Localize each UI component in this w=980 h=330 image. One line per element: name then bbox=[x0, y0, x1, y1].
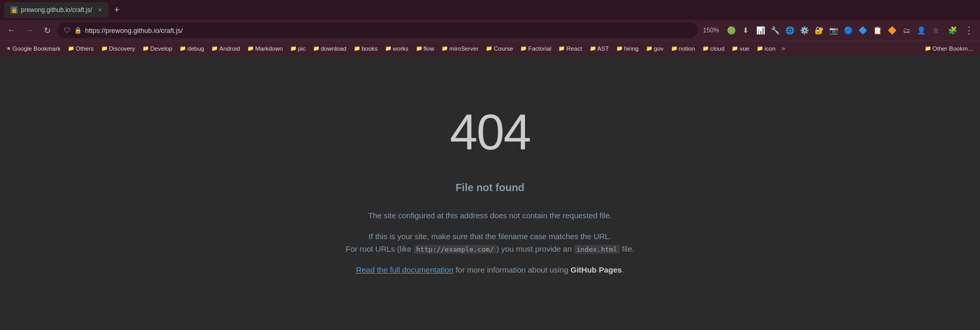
ext7-icon[interactable]: 🔷 bbox=[856, 23, 869, 37]
bookmark-icon[interactable]: 📁 icon bbox=[754, 44, 779, 53]
bookmark-folder-icon: 📁 bbox=[486, 45, 492, 51]
tab-close-button[interactable]: ✕ bbox=[98, 7, 102, 14]
forward-button[interactable]: → bbox=[22, 23, 37, 38]
bookmark-books[interactable]: 📁 books bbox=[351, 44, 381, 53]
bookmark-label: gov bbox=[654, 45, 664, 52]
bookmark-label: Others bbox=[76, 45, 94, 52]
active-tab[interactable]: 🔒 prewong.github.io/craft.js/ ✕ bbox=[4, 2, 109, 18]
bookmark-folder-icon: 📁 bbox=[558, 45, 565, 51]
ext-shield-icon[interactable]: 🟢 bbox=[724, 23, 738, 37]
bookmark-label: icon bbox=[764, 45, 775, 52]
bookmarks-overflow-button[interactable]: » bbox=[780, 44, 787, 53]
bookmark-folder-icon: 📁 bbox=[101, 45, 107, 51]
bookmark-hiring[interactable]: 📁 hiring bbox=[613, 44, 642, 53]
bookmark-download[interactable]: 📁 download bbox=[310, 44, 350, 53]
ext4-icon[interactable]: 🔐 bbox=[812, 23, 826, 37]
bookmark-label: Course bbox=[494, 45, 513, 52]
bookmark-ast[interactable]: 📁 AST bbox=[587, 44, 612, 53]
bookmark-label: flow bbox=[424, 45, 434, 52]
bookmark-others[interactable]: 📁 Others bbox=[65, 44, 97, 53]
bookmark-miroserver[interactable]: 📁 miroServer bbox=[438, 44, 482, 53]
ext3-icon[interactable]: ⚙️ bbox=[797, 23, 811, 37]
bookmark-folder-icon: 📁 bbox=[354, 45, 360, 51]
bookmark-course[interactable]: 📁 Course bbox=[483, 44, 516, 53]
bookmark-folder-icon: 📁 bbox=[247, 45, 254, 51]
bookmark-label: works bbox=[393, 45, 409, 52]
ext10-icon[interactable]: 🗂 bbox=[900, 23, 913, 37]
extensions-button[interactable]: 🧩 bbox=[946, 23, 959, 37]
browser-chrome: 🔒 prewong.github.io/craft.js/ ✕ + ← → ↻ … bbox=[0, 0, 980, 55]
bookmark-factorial[interactable]: 📁 Factorial bbox=[517, 44, 554, 53]
menu-button[interactable]: ⋮ bbox=[962, 23, 976, 37]
bookmark-label: vue bbox=[739, 45, 749, 52]
star-button[interactable]: ☆ bbox=[929, 23, 942, 37]
ext9-icon[interactable]: 🔶 bbox=[885, 23, 899, 37]
tab-label: prewong.github.io/craft.js/ bbox=[21, 6, 92, 14]
bookmark-label: React bbox=[566, 45, 582, 52]
example-url-code: http://example.com/ bbox=[414, 245, 497, 254]
bookmark-folder-icon: 📁 bbox=[211, 45, 218, 51]
bookmark-pic[interactable]: 📁 pic bbox=[287, 44, 309, 53]
error-paragraph-1: The site configured at this address does… bbox=[346, 209, 635, 222]
page-content: 404 File not found The site configured a… bbox=[0, 55, 980, 330]
ext8-icon[interactable]: 📋 bbox=[870, 23, 884, 37]
bookmark-label: Other Bookm… bbox=[933, 45, 974, 52]
bookmark-folder-icon: 📁 bbox=[441, 45, 448, 51]
new-tab-button[interactable]: + bbox=[110, 3, 124, 17]
download-icon[interactable]: ⬇ bbox=[739, 23, 752, 37]
lock-icon: 🔒 bbox=[74, 27, 82, 34]
ext6-icon[interactable]: 🔵 bbox=[841, 23, 855, 37]
bookmark-other-bookmarks[interactable]: 📁 Other Bookm… bbox=[922, 44, 977, 53]
bookmark-flow[interactable]: 📁 flow bbox=[413, 44, 437, 53]
bookmark-label: download bbox=[321, 45, 346, 52]
bookmark-folder-icon: 📁 bbox=[646, 45, 652, 51]
zoom-level: 150% bbox=[701, 27, 721, 34]
bookmark-debug[interactable]: 📁 debug bbox=[176, 44, 207, 53]
bookmark-folder-icon: 📁 bbox=[732, 45, 738, 51]
bookmark-folder-icon: 📁 bbox=[616, 45, 623, 51]
bookmark-folder-icon: 📁 bbox=[385, 45, 391, 51]
error-body: File not found The site configured at th… bbox=[346, 182, 635, 285]
bookmark-label: hiring bbox=[624, 45, 639, 52]
ext2-icon[interactable]: 🌐 bbox=[783, 23, 796, 37]
bookmark-cloud[interactable]: 📁 cloud bbox=[699, 44, 728, 53]
url-text: https://prewong.github.io/craft.js/ bbox=[85, 27, 691, 34]
documentation-link[interactable]: Read the full documentation bbox=[356, 265, 453, 274]
stats-icon[interactable]: 📊 bbox=[754, 23, 767, 37]
tab-bar: 🔒 prewong.github.io/craft.js/ ✕ + bbox=[0, 0, 980, 20]
error-paragraph-2: If this is your site, make sure that the… bbox=[346, 230, 635, 255]
address-bar[interactable]: 🛡 🔒 https://prewong.github.io/craft.js/ bbox=[57, 22, 698, 38]
tab-favicon: 🔒 bbox=[10, 6, 18, 14]
bookmark-works[interactable]: 📁 works bbox=[382, 44, 412, 53]
bookmark-develop[interactable]: 📁 Develop bbox=[139, 44, 175, 53]
bookmark-gov[interactable]: 📁 gov bbox=[643, 44, 667, 53]
bookmark-react[interactable]: 📁 React bbox=[555, 44, 585, 53]
error-title: File not found bbox=[346, 182, 635, 194]
bookmark-folder-icon: 📁 bbox=[416, 45, 422, 51]
bookmark-label: Google Bookmark bbox=[13, 45, 61, 52]
bookmark-android[interactable]: 📁 Android bbox=[208, 44, 243, 53]
bookmark-label: pic bbox=[298, 45, 306, 52]
bookmark-label: miroServer bbox=[449, 45, 479, 52]
bookmark-label: debug bbox=[187, 45, 204, 52]
bookmark-label: cloud bbox=[710, 45, 725, 52]
bookmark-vue[interactable]: 📁 vue bbox=[728, 44, 752, 53]
ext1-icon[interactable]: 🔧 bbox=[768, 23, 782, 37]
bookmark-folder-icon: 📁 bbox=[68, 45, 74, 51]
bookmark-folder-icon: 📁 bbox=[142, 45, 149, 51]
reload-button[interactable]: ↻ bbox=[40, 23, 54, 38]
bookmark-folder-icon: 📁 bbox=[757, 45, 763, 51]
bookmark-discovery[interactable]: 📁 Discovery bbox=[98, 44, 138, 53]
bookmark-markdown[interactable]: 📁 Markdown bbox=[244, 44, 286, 53]
back-button[interactable]: ← bbox=[4, 23, 19, 38]
profile-icon[interactable]: 👤 bbox=[914, 23, 928, 37]
bookmark-google-bookmark[interactable]: ★ Google Bookmark bbox=[3, 44, 64, 53]
bookmark-folder-icon: 📁 bbox=[290, 45, 296, 51]
bookmark-notion[interactable]: 📁 notion bbox=[668, 44, 698, 53]
ext5-icon[interactable]: 📷 bbox=[827, 23, 840, 37]
bookmark-folder-icon: 📁 bbox=[313, 45, 319, 51]
bookmark-folder-icon: 📁 bbox=[671, 45, 677, 51]
bookmark-label: books bbox=[362, 45, 378, 52]
extension-icons: 🟢 ⬇ 📊 🔧 🌐 ⚙️ 🔐 📷 🔵 🔷 📋 🔶 🗂 👤 ☆ bbox=[724, 23, 942, 37]
bookmark-label: Android bbox=[219, 45, 240, 52]
